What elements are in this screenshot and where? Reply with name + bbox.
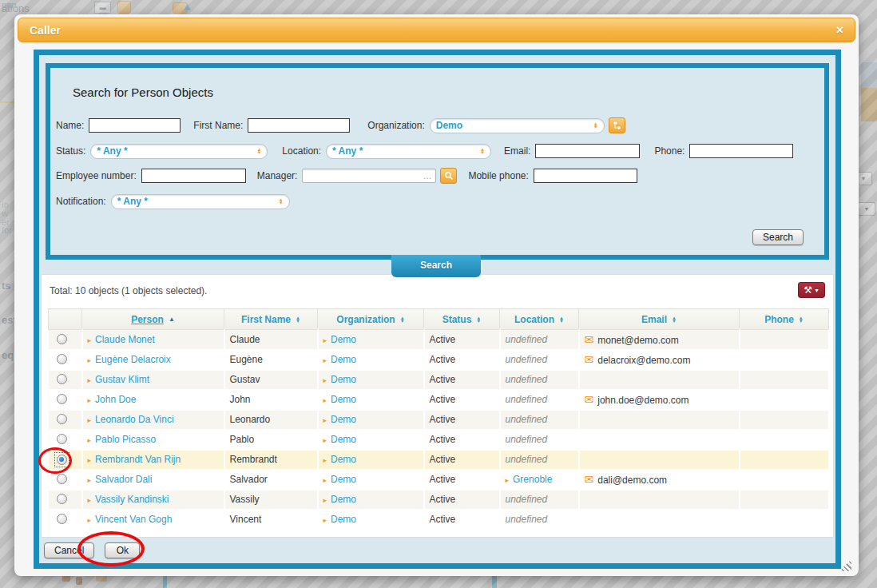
employee-number-input[interactable]: [141, 169, 246, 183]
results-panel: Total: 10 objects (1 objects selected). …: [41, 274, 834, 538]
dialog-footer: Cancel Ok: [44, 542, 140, 558]
row-radio[interactable]: [55, 392, 69, 406]
email-input[interactable]: [535, 144, 640, 158]
form-row-1: Name: First Name: Organization: Demo ▲▼: [56, 117, 819, 133]
radio-column-header: [49, 309, 82, 330]
status-select[interactable]: * Any * ▲▼: [90, 144, 268, 159]
manager-input[interactable]: …: [302, 169, 436, 183]
table-row[interactable]: ▸Leonardo Da Vinci Leonardo ▸Demo Active…: [49, 410, 829, 430]
row-radio[interactable]: [55, 432, 69, 446]
notification-value: * Any *: [117, 196, 148, 207]
organization-link[interactable]: Demo: [331, 514, 356, 525]
row-radio[interactable]: [55, 412, 69, 426]
dropdown-arrows-icon: ▲▼: [256, 148, 261, 154]
column-header-person[interactable]: Person▲: [82, 309, 224, 330]
name-input[interactable]: [89, 118, 181, 133]
chevron-down-icon: ▼: [814, 288, 819, 293]
bullet-icon: ▸: [88, 456, 92, 464]
location-link[interactable]: Grenoble: [513, 474, 552, 485]
bullet-icon: ▸: [88, 396, 92, 404]
organization-select[interactable]: Demo ▲▼: [430, 118, 605, 133]
table-row[interactable]: ▸Claude Monet Claude ▸Demo Active undefi…: [49, 330, 829, 350]
column-header-status[interactable]: Status▲▼: [424, 309, 500, 330]
organization-link[interactable]: Demo: [331, 374, 356, 385]
table-row[interactable]: ▸Vassily Kandinski Vassily ▸Demo Active …: [49, 490, 829, 510]
column-header-email[interactable]: Email▲▼: [579, 309, 740, 330]
table-row[interactable]: ▸Vincent Van Gogh Vincent ▸Demo Active u…: [49, 510, 829, 530]
organization-link[interactable]: Demo: [331, 494, 356, 505]
person-link[interactable]: Leonardo Da Vinci: [95, 414, 174, 425]
status-value: * Any *: [97, 145, 127, 157]
search-button[interactable]: Search: [752, 229, 804, 245]
form-row-4: Notification: * Any * ▲▼: [56, 193, 819, 209]
row-radio[interactable]: [55, 352, 69, 366]
name-label: Name:: [56, 120, 84, 131]
manager-search-button[interactable]: [440, 168, 457, 184]
organization-link[interactable]: Demo: [331, 454, 356, 465]
results-table: Person▲ First Name▲▼ Organization▲▼ Stat…: [48, 308, 830, 530]
bullet-icon: ▸: [88, 436, 92, 444]
notification-select[interactable]: * Any * ▲▼: [111, 194, 290, 209]
table-row-selected[interactable]: ▸Rembrandt Van Rijn Rembrandt ▸Demo Acti…: [49, 450, 829, 470]
row-radio[interactable]: [55, 332, 69, 346]
table-row[interactable]: ▸Gustav Klimt Gustav ▸Demo Active undefi…: [49, 370, 829, 390]
ok-button[interactable]: Ok: [105, 542, 140, 558]
person-link[interactable]: Salvador Dali: [95, 474, 152, 485]
organization-value: Demo: [436, 120, 462, 131]
search-tab[interactable]: Search: [391, 255, 481, 277]
person-link[interactable]: John Doe: [95, 394, 136, 405]
bullet-icon: ▸: [506, 476, 510, 484]
sort-icon: ▲▼: [400, 316, 405, 323]
organization-link[interactable]: Demo: [331, 474, 356, 485]
person-link[interactable]: Eugène Delacroix: [95, 354, 171, 365]
tools-menu-button[interactable]: ⚒ ▼: [798, 282, 825, 298]
column-header-organization[interactable]: Organization▲▼: [318, 309, 424, 330]
bullet-icon: ▸: [88, 416, 92, 424]
resize-grip[interactable]: [839, 559, 851, 571]
form-row-3: Employee number: Manager: … Mobile phone…: [56, 168, 819, 184]
row-radio-selected[interactable]: [55, 453, 69, 467]
close-icon[interactable]: ×: [836, 24, 843, 37]
organization-link[interactable]: Demo: [331, 334, 356, 345]
bullet-icon: ▸: [323, 476, 327, 484]
dropdown-arrows-icon: ▲▼: [480, 148, 485, 154]
location-select[interactable]: * Any * ▲▼: [326, 144, 491, 159]
column-header-phone[interactable]: Phone▲▼: [740, 309, 829, 330]
row-radio[interactable]: [55, 372, 69, 386]
table-row[interactable]: ▸John Doe John ▸Demo Active undefined ✉j…: [49, 390, 829, 410]
organization-link[interactable]: Demo: [331, 414, 356, 425]
notification-label: Notification:: [56, 196, 106, 207]
table-row[interactable]: ▸Salvador Dali Salvador ▸Demo Active ▸Gr…: [49, 470, 829, 490]
person-link[interactable]: Pablo Picasso: [95, 434, 156, 445]
sort-asc-icon: ▲: [169, 316, 175, 323]
table-row[interactable]: ▸Eugène Delacroix Eugène ▸Demo Active un…: [49, 350, 829, 370]
column-header-first-name[interactable]: First Name▲▼: [224, 309, 318, 330]
results-total-text: Total: 10 objects (1 objects selected).: [50, 285, 207, 296]
phone-input[interactable]: [689, 144, 793, 158]
organization-link[interactable]: Demo: [331, 394, 356, 405]
location-label: Location:: [282, 145, 321, 157]
organization-tree-button[interactable]: [609, 117, 625, 133]
table-row[interactable]: ▸Pablo Picasso Pablo ▸Demo Active undefi…: [49, 430, 829, 450]
sort-icon: ▲▼: [296, 316, 300, 323]
organization-link[interactable]: Demo: [331, 434, 356, 445]
row-radio[interactable]: [55, 512, 69, 526]
person-link[interactable]: Rembrandt Van Rijn: [95, 454, 181, 465]
first-name-input[interactable]: [248, 118, 350, 133]
cancel-button[interactable]: Cancel: [44, 542, 94, 558]
dropdown-arrows-icon: ▲▼: [279, 198, 284, 205]
person-link[interactable]: Claude Monet: [95, 334, 155, 345]
row-radio[interactable]: [55, 492, 69, 506]
person-link[interactable]: Gustav Klimt: [95, 374, 149, 385]
sort-icon: ▲▼: [559, 316, 564, 323]
mobile-phone-input[interactable]: [534, 169, 637, 183]
sort-icon: ▲▼: [799, 316, 804, 323]
search-panel-heading: Search for Person Objects: [73, 85, 213, 99]
column-header-location[interactable]: Location▲▼: [500, 309, 579, 330]
envelope-icon: ✉: [585, 333, 594, 346]
person-link[interactable]: Vassily Kandinski: [95, 494, 169, 505]
row-radio[interactable]: [55, 472, 69, 486]
organization-link[interactable]: Demo: [331, 354, 356, 365]
dialog-titlebar[interactable]: Caller ×: [18, 18, 855, 42]
person-link[interactable]: Vincent Van Gogh: [95, 514, 172, 525]
